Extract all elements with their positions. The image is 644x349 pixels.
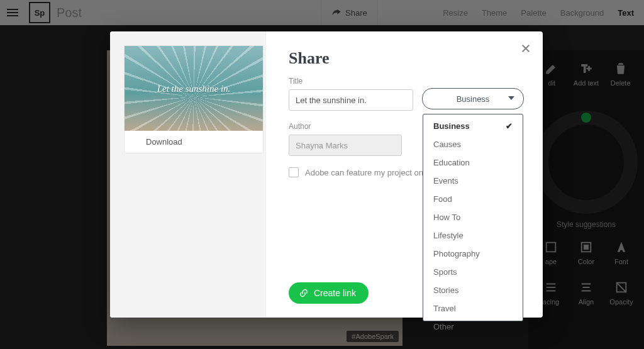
dropdown-option[interactable]: Business✔ [423, 117, 523, 135]
dropdown-option[interactable]: Sports [423, 263, 523, 281]
create-link-button[interactable]: Create link [289, 282, 369, 304]
author-input [289, 135, 402, 156]
close-button[interactable] [520, 43, 531, 57]
dropdown-option[interactable]: Other [423, 318, 523, 336]
modal-preview-pane: Let the sunshine in. Download [110, 31, 266, 318]
download-button[interactable]: Download [125, 131, 263, 153]
chevron-down-icon [508, 96, 514, 100]
dropdown-option[interactable]: How To [423, 208, 523, 226]
share-modal: Let the sunshine in. Download Share Titl… [110, 31, 543, 318]
preview-card: Let the sunshine in. Download [124, 45, 264, 153]
dropdown-option[interactable]: Events [423, 172, 523, 190]
dropdown-selected: Business [457, 94, 490, 104]
title-label: Title [289, 77, 413, 86]
modal-form-pane: Share Title Business Business✔ Causes Ed… [266, 31, 543, 318]
modal-title: Share [289, 49, 524, 68]
dropdown-option[interactable]: Causes [423, 135, 523, 153]
category-dropdown[interactable]: Business Business✔ Causes Education Even… [422, 88, 524, 109]
dropdown-option[interactable]: Stories [423, 281, 523, 299]
dropdown-option[interactable]: Photography [423, 245, 523, 263]
dropdown-option[interactable]: Travel [423, 299, 523, 318]
download-icon [132, 138, 141, 147]
create-link-label: Create link [314, 288, 356, 298]
title-input[interactable] [289, 89, 413, 111]
thumbnail-caption: Let the sunshine in. [157, 83, 231, 94]
dropdown-menu: Business✔ Causes Education Events Food H… [423, 114, 523, 321]
dropdown-option[interactable]: Education [423, 153, 523, 172]
dropdown-option[interactable]: Food [423, 190, 523, 208]
preview-thumbnail: Let the sunshine in. [125, 46, 263, 131]
link-icon [299, 288, 309, 298]
check-icon: ✔ [506, 121, 513, 131]
author-label: Author [289, 122, 402, 131]
checkbox-icon[interactable] [289, 167, 299, 177]
download-label: Download [146, 137, 182, 147]
close-icon [520, 43, 531, 54]
dropdown-option[interactable]: Lifestyle [423, 226, 523, 245]
